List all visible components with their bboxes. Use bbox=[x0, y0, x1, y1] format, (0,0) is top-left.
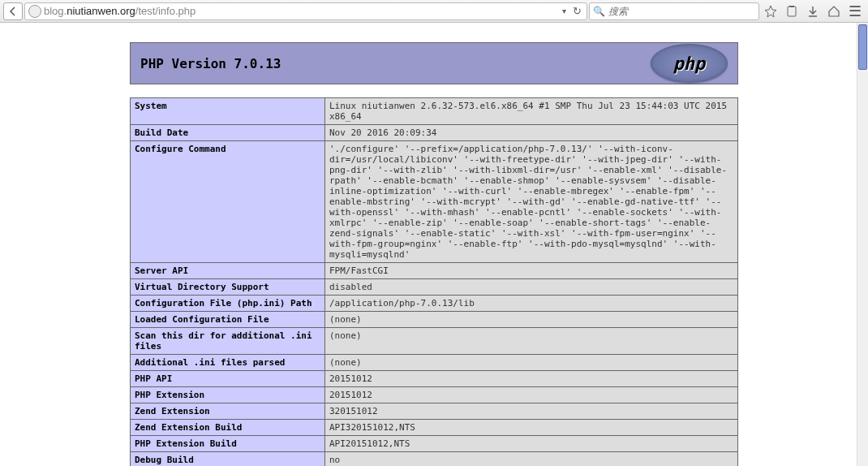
row-label: Virtual Directory Support bbox=[131, 279, 325, 296]
browser-toolbar: blog.niutianwen.org/test/info.php ▾ ↻ 🔍 … bbox=[0, 0, 868, 23]
table-row: PHP Extension BuildAPI20151012,NTS bbox=[131, 436, 738, 452]
row-value: FPM/FastCGI bbox=[325, 263, 738, 279]
svg-rect-0 bbox=[788, 6, 796, 16]
row-value: (none) bbox=[325, 312, 738, 328]
row-value: Linux niutianwen 2.6.32-573.el6.x86_64 #… bbox=[325, 98, 738, 125]
phpinfo-header: PHP Version 7.0.13 php bbox=[130, 42, 738, 84]
back-button[interactable] bbox=[3, 2, 23, 20]
row-label: Loaded Configuration File bbox=[131, 312, 325, 328]
table-row: Loaded Configuration File(none) bbox=[131, 312, 738, 328]
table-row: Configure Command'./configure' '--prefix… bbox=[131, 141, 738, 263]
row-value: no bbox=[325, 452, 738, 467]
row-label: Zend Extension Build bbox=[131, 420, 325, 436]
row-value: 320151012 bbox=[325, 403, 738, 420]
search-icon: 🔍 bbox=[593, 6, 605, 17]
row-value: 20151012 bbox=[325, 371, 738, 387]
row-value: disabled bbox=[325, 279, 738, 296]
svg-rect-1 bbox=[789, 6, 794, 7]
row-label: Zend Extension bbox=[131, 403, 325, 420]
row-label: PHP Extension Build bbox=[131, 436, 325, 452]
library-button[interactable] bbox=[782, 2, 801, 20]
phpinfo-table: SystemLinux niutianwen 2.6.32-573.el6.x8… bbox=[130, 97, 738, 466]
row-label: PHP API bbox=[131, 371, 325, 387]
row-label: Server API bbox=[131, 263, 325, 279]
search-input[interactable] bbox=[608, 6, 755, 17]
row-value: 20151012 bbox=[325, 387, 738, 403]
star-icon bbox=[764, 5, 777, 18]
search-bar[interactable]: 🔍 bbox=[589, 2, 759, 20]
vertical-scrollbar[interactable] bbox=[857, 23, 868, 466]
row-label: Configuration File (php.ini) Path bbox=[131, 296, 325, 312]
back-arrow-icon bbox=[6, 5, 19, 18]
row-value: API20151012,NTS bbox=[325, 436, 738, 452]
home-icon bbox=[827, 5, 840, 18]
row-value: (none) bbox=[325, 355, 738, 371]
row-label: PHP Extension bbox=[131, 387, 325, 403]
table-row: Additional .ini files parsed(none) bbox=[131, 355, 738, 371]
menu-button[interactable]: ☰ bbox=[845, 2, 865, 20]
php-version-title: PHP Version 7.0.13 bbox=[140, 56, 281, 71]
download-arrow-icon bbox=[806, 5, 819, 18]
home-button[interactable] bbox=[824, 2, 844, 20]
row-label: Build Date bbox=[131, 125, 325, 141]
row-value: './configure' '--prefix=/application/php… bbox=[325, 141, 738, 263]
table-row: SystemLinux niutianwen 2.6.32-573.el6.x8… bbox=[131, 98, 738, 125]
bookmark-button[interactable] bbox=[761, 2, 780, 20]
phpinfo-container: PHP Version 7.0.13 php SystemLinux niuti… bbox=[130, 42, 738, 466]
table-row: Debug Buildno bbox=[131, 452, 738, 467]
php-logo: php bbox=[651, 44, 728, 83]
table-row: Scan this dir for additional .ini files(… bbox=[131, 328, 738, 355]
page-content: PHP Version 7.0.13 php SystemLinux niuti… bbox=[0, 23, 868, 466]
globe-icon bbox=[28, 5, 41, 18]
table-row: PHP Extension20151012 bbox=[131, 387, 738, 403]
clipboard-icon bbox=[785, 5, 798, 18]
row-label: Debug Build bbox=[131, 452, 325, 467]
row-value: API320151012,NTS bbox=[325, 420, 738, 436]
downloads-button[interactable] bbox=[803, 2, 823, 20]
table-row: PHP API20151012 bbox=[131, 371, 738, 387]
row-value: /application/php-7.0.13/lib bbox=[325, 296, 738, 312]
row-value: (none) bbox=[325, 328, 738, 355]
table-row: Zend Extension320151012 bbox=[131, 403, 738, 420]
reload-icon[interactable]: ↻ bbox=[571, 5, 583, 17]
hamburger-icon: ☰ bbox=[849, 2, 862, 20]
scrollbar-thumb[interactable] bbox=[858, 24, 867, 70]
url-text: blog.niutianwen.org/test/info.php bbox=[44, 5, 557, 17]
row-value: Nov 20 2016 20:09:34 bbox=[325, 125, 738, 141]
url-bar[interactable]: blog.niutianwen.org/test/info.php ▾ ↻ bbox=[24, 2, 587, 20]
table-row: Build DateNov 20 2016 20:09:34 bbox=[131, 125, 738, 141]
url-dropdown-icon[interactable]: ▾ bbox=[560, 6, 569, 15]
table-row: Configuration File (php.ini) Path/applic… bbox=[131, 296, 738, 312]
table-row: Virtual Directory Supportdisabled bbox=[131, 279, 738, 296]
row-label: Additional .ini files parsed bbox=[131, 355, 325, 371]
row-label: Scan this dir for additional .ini files bbox=[131, 328, 325, 355]
table-row: Zend Extension BuildAPI320151012,NTS bbox=[131, 420, 738, 436]
toolbar-right-icons: ☰ bbox=[761, 2, 865, 20]
table-row: Server APIFPM/FastCGI bbox=[131, 263, 738, 279]
row-label: Configure Command bbox=[131, 141, 325, 263]
row-label: System bbox=[131, 98, 325, 125]
